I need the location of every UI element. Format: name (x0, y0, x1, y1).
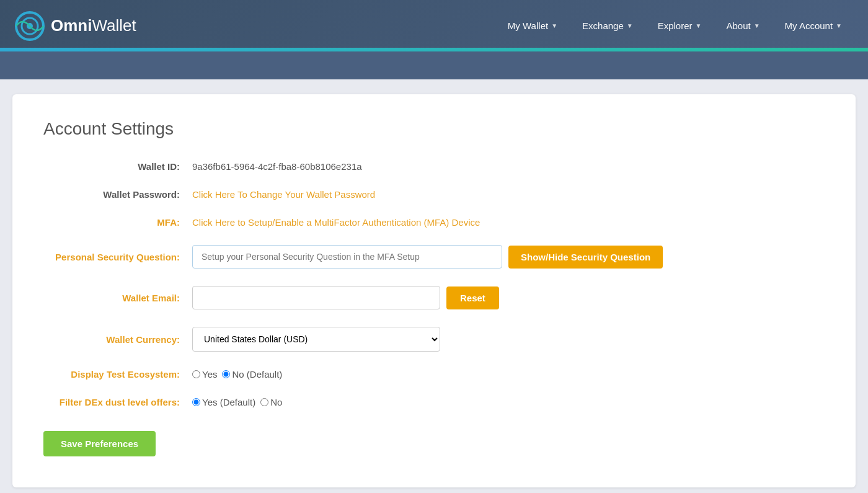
mfa-row: MFA: Click Here to Setup/Enable a MultiF… (43, 217, 825, 228)
nav-item-explorer[interactable]: Explorer ▼ (647, 14, 713, 37)
navbar: OmniWallet My Wallet ▼ Exchange ▼ Explor… (0, 0, 868, 51)
my-wallet-caret-icon: ▼ (551, 22, 557, 29)
sub-header (0, 51, 868, 79)
display-test-yes-label[interactable]: Yes (192, 369, 217, 380)
wallet-id-row: Wallet ID: 9a36fb61-5964-4c2f-fba8-60b81… (43, 161, 825, 172)
logo-icon (15, 11, 45, 41)
display-test-no-radio[interactable] (222, 370, 230, 378)
security-question-input[interactable] (192, 245, 502, 269)
wallet-email-row: Wallet Email: Reset (43, 286, 825, 309)
nav-links: My Wallet ▼ Exchange ▼ Explorer ▼ About … (497, 14, 853, 37)
logo-text: OmniWallet (51, 16, 136, 35)
filter-dex-label: Filter DEx dust level offers: (43, 397, 192, 407)
display-test-no-label[interactable]: No (Default) (222, 369, 282, 380)
settings-card: Account Settings Wallet ID: 9a36fb61-596… (12, 94, 856, 487)
explorer-caret-icon: ▼ (696, 22, 702, 29)
filter-dex-yes-label[interactable]: Yes (Default) (192, 397, 255, 407)
main-content: Account Settings Wallet ID: 9a36fb61-596… (0, 79, 868, 493)
mfa-setup-link[interactable]: Click Here to Setup/Enable a MultiFactor… (192, 217, 480, 228)
mfa-label: MFA: (43, 217, 192, 228)
change-password-link[interactable]: Click Here To Change Your Wallet Passwor… (192, 189, 375, 200)
show-hide-security-button[interactable]: Show/Hide Security Question (508, 246, 663, 269)
nav-item-exchange[interactable]: Exchange ▼ (571, 14, 644, 37)
wallet-id-value: 9a36fb61-5964-4c2f-fba8-60b8106e231a (192, 161, 362, 172)
save-preferences-button[interactable]: Save Preferences (43, 431, 156, 456)
filter-dex-no-label[interactable]: No (260, 397, 282, 407)
filter-dex-yes-radio[interactable] (192, 398, 200, 406)
nav-item-my-account[interactable]: My Account ▼ (774, 14, 853, 37)
reset-email-button[interactable]: Reset (446, 286, 499, 309)
nav-item-about[interactable]: About ▼ (715, 14, 771, 37)
wallet-currency-label: Wallet Currency: (43, 334, 192, 345)
wallet-currency-select[interactable]: United States Dollar (USD) Euro (EUR) Br… (192, 327, 440, 352)
page-title: Account Settings (43, 119, 825, 139)
display-test-radio-group: Yes No (Default) (192, 369, 282, 380)
wallet-email-label: Wallet Email: (43, 293, 192, 303)
exchange-caret-icon: ▼ (627, 22, 633, 29)
wallet-password-row: Wallet Password: Click Here To Change Yo… (43, 189, 825, 200)
security-question-row: Personal Security Question: Show/Hide Se… (43, 245, 825, 269)
filter-dex-no-radio[interactable] (260, 398, 268, 406)
wallet-password-label: Wallet Password: (43, 189, 192, 200)
logo[interactable]: OmniWallet (15, 11, 136, 41)
security-question-label: Personal Security Question: (43, 252, 192, 262)
wallet-id-label: Wallet ID: (43, 161, 192, 172)
wallet-email-input[interactable] (192, 286, 440, 309)
display-test-label: Display Test Ecosystem: (43, 369, 192, 380)
display-test-yes-radio[interactable] (192, 370, 200, 378)
nav-item-my-wallet[interactable]: My Wallet ▼ (497, 14, 569, 37)
display-test-row: Display Test Ecosystem: Yes No (Default) (43, 369, 825, 380)
filter-dex-radio-group: Yes (Default) No (192, 397, 282, 407)
filter-dex-row: Filter DEx dust level offers: Yes (Defau… (43, 397, 825, 407)
about-caret-icon: ▼ (754, 22, 760, 29)
my-account-caret-icon: ▼ (836, 22, 842, 29)
wallet-currency-row: Wallet Currency: United States Dollar (U… (43, 327, 825, 352)
